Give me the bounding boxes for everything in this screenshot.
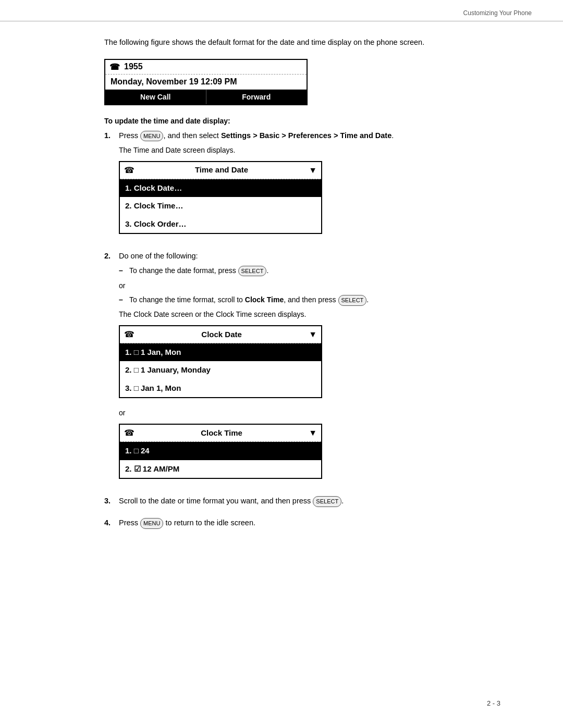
time-date-header: ☎ Time and Date ▼ (120, 162, 321, 179)
clock-time-item-1[interactable]: 1. □ 24 (120, 442, 321, 460)
page-header: Customizing Your Phone (0, 0, 563, 21)
step-4: 4. Press MENU to return to the idle scre… (104, 517, 500, 532)
dash-1-text: To change the date format, press SELECT. (129, 265, 268, 277)
step-4-body: Press MENU to return to the idle screen. (119, 517, 500, 532)
step-2-text: Do one of the following: (119, 251, 500, 262)
page-number: 2 - 3 (487, 699, 500, 707)
arrow-down-icon-2: ▼ (309, 328, 317, 341)
phone-icon-2: ☎ (124, 164, 134, 177)
dash-item-1: – To change the date format, press SELEC… (119, 265, 500, 277)
step-2-body: Do one of the following: – To change the… (119, 251, 500, 488)
extension-number: 1955 (124, 62, 143, 71)
phone-screen-1: ☎ 1955 Monday, November 19 12:09 PM New … (104, 59, 308, 105)
time-date-screen: ☎ Time and Date ▼ 1. Clock Date… 2. Cloc… (119, 161, 322, 235)
step-3-num: 3. (104, 496, 113, 510)
or-text-2: or (119, 408, 500, 418)
dash-2-text: To change the time format, scroll to Clo… (129, 294, 369, 306)
clock-date-screen: ☎ Clock Date ▼ 1. □ 1 Jan, Mon 2. □ 1 Ja… (119, 325, 322, 399)
step-2: 2. Do one of the following: – To change … (104, 251, 500, 488)
dash-1: – (119, 265, 125, 277)
arrow-down-icon-3: ▼ (309, 427, 317, 439)
clock-time-title: Clock Time (134, 427, 309, 439)
step-3-body: Scroll to the date or time format you wa… (119, 496, 500, 510)
clock-date-title: Clock Date (134, 329, 309, 341)
step-1-subtext: The Time and Date screen displays. (119, 145, 500, 156)
clock-time-screen: ☎ Clock Time ▼ 1. □ 24 2. ☑ 12 AM/PM (119, 424, 322, 479)
step-3: 3. Scroll to the date or time format you… (104, 496, 500, 510)
phone-icon-3: ☎ (124, 328, 134, 341)
step-2-num: 2. (104, 251, 113, 488)
clock-date-item[interactable]: 1. Clock Date… (120, 179, 321, 198)
screen-header: ☎ 1955 (105, 60, 307, 75)
section-title: Customizing Your Phone (463, 9, 532, 17)
step-1: 1. Press MENU, and then select Settings … (104, 130, 500, 243)
select-key-2: SELECT (338, 295, 367, 306)
screen-buttons: New Call Forward (105, 90, 307, 104)
page-footer: 2 - 3 (487, 699, 500, 707)
step-4-num: 4. (104, 517, 113, 532)
phone-icon-4: ☎ (124, 427, 134, 439)
phone-icon: ☎ (109, 62, 120, 72)
clock-date-item-2[interactable]: 2. □ 1 January, Monday (120, 361, 321, 379)
update-heading: To update the time and date display: (104, 117, 500, 125)
step-1-num: 1. (104, 130, 113, 243)
clock-time-bold: Clock Time (245, 295, 284, 304)
date-time-line: Monday, November 19 12:09 PM (105, 75, 307, 90)
clock-date-item-3[interactable]: 3. □ Jan 1, Mon (120, 379, 321, 398)
or-text-1: or (119, 280, 500, 291)
page-content: The following figure shows the default f… (0, 21, 563, 571)
forward-button[interactable]: Forward (206, 90, 307, 104)
step-1-text: Press MENU, and then select Settings > B… (119, 130, 500, 142)
step-1-body: Press MENU, and then select Settings > B… (119, 130, 500, 243)
time-date-title: Time and Date (134, 164, 309, 176)
menu-key-2: MENU (140, 518, 163, 529)
clock-date-header: ☎ Clock Date ▼ (120, 326, 321, 343)
dash-item-2: – To change the time format, scroll to C… (119, 294, 500, 306)
clock-date-item-1[interactable]: 1. □ 1 Jan, Mon (120, 343, 321, 362)
clock-displays-text: The Clock Date screen or the Clock Time … (119, 309, 500, 320)
settings-path: Settings > Basic > Preferences > Time an… (221, 131, 391, 140)
menu-key: MENU (140, 131, 163, 142)
clock-time-header: ☎ Clock Time ▼ (120, 425, 321, 442)
arrow-down-icon: ▼ (309, 164, 317, 177)
clock-time-item[interactable]: 2. Clock Time… (120, 197, 321, 215)
clock-time-item-2[interactable]: 2. ☑ 12 AM/PM (120, 460, 321, 478)
step-4-text: Press MENU to return to the idle screen. (119, 517, 500, 529)
step-3-text: Scroll to the date or time format you wa… (119, 496, 500, 507)
select-key-3: SELECT (313, 496, 341, 507)
new-call-button[interactable]: New Call (105, 90, 206, 104)
dash-2: – (119, 294, 125, 306)
select-key-1: SELECT (238, 266, 267, 277)
clock-order-item[interactable]: 3. Clock Order… (120, 215, 321, 233)
intro-text: The following figure shows the default f… (104, 37, 500, 48)
